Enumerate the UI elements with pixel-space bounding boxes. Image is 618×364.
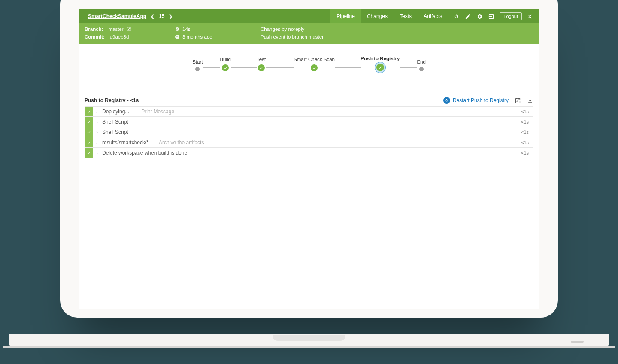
pipeline-graph: StartBuildTestSmart Check ScanPush to Re… [79, 44, 539, 97]
age-value: 3 months ago [182, 34, 212, 39]
laptop-notch [273, 335, 345, 341]
app-screen: SmartCheckSampleApp ❮ 15 ❯ PipelineChang… [79, 9, 539, 309]
pipeline-edge [335, 67, 360, 68]
chevron-right-icon[interactable]: › [93, 109, 101, 114]
terminal-node-icon[interactable] [195, 67, 200, 71]
header-tools: Logout [448, 12, 539, 20]
step-status-success-icon [85, 107, 93, 116]
step-row[interactable]: ›Shell Script<1s [85, 117, 533, 127]
chevron-right-icon[interactable]: › [93, 119, 101, 124]
pipeline-edge [203, 67, 220, 68]
exit-icon[interactable] [488, 13, 494, 20]
terminal-node-icon[interactable] [419, 67, 424, 71]
header-bar: SmartCheckSampleApp ❮ 15 ❯ PipelineChang… [79, 9, 539, 23]
step-row[interactable]: ›results/smartcheck/* — Archive the arti… [85, 137, 533, 148]
chevron-right-icon[interactable]: › [93, 140, 101, 145]
refresh-icon[interactable] [453, 13, 460, 20]
step-label: Deploying.... — Print Message [101, 109, 521, 115]
project-name-link[interactable]: SmartCheckSampleApp [88, 13, 146, 19]
pipeline-edge [266, 67, 294, 68]
step-status-success-icon [85, 148, 93, 158]
pipeline-stage[interactable]: Start [192, 59, 203, 71]
step-label: Shell Script [101, 119, 521, 125]
tab-artifacts[interactable]: Artifacts [418, 9, 448, 23]
chevron-right-icon[interactable]: › [93, 130, 101, 135]
pipeline-stage[interactable]: Test [257, 57, 266, 71]
step-duration: <1s [521, 150, 533, 155]
step-list: ›Deploying.... — Print Message<1s›Shell … [79, 106, 539, 158]
step-label: Shell Script [101, 129, 521, 135]
restart-icon [443, 97, 450, 104]
stage-name: Start [192, 59, 203, 64]
stage-detail-header: Push to Registry - <1s Restart Push to R… [79, 97, 539, 106]
event-description: Push event to branch master [261, 34, 324, 39]
duration-value: 14s [182, 27, 191, 32]
logout-button[interactable]: Logout [500, 12, 522, 20]
step-row[interactable]: ›Shell Script<1s [85, 127, 533, 137]
stage-title: Push to Registry [85, 97, 125, 103]
changes-by: Changes by noreply [261, 27, 304, 32]
laptop-led [571, 341, 584, 343]
chevron-right-icon[interactable]: › [93, 150, 101, 155]
tab-tests[interactable]: Tests [394, 9, 418, 23]
stage-name: Smart Check Scan [294, 57, 335, 62]
pipeline-stage[interactable]: Push to Registry [360, 56, 400, 71]
gear-icon[interactable] [476, 13, 483, 20]
step-duration: <1s [521, 109, 533, 114]
step-status-success-icon [85, 137, 93, 147]
close-icon[interactable] [527, 13, 533, 20]
step-status-success-icon [85, 127, 93, 137]
external-link-icon[interactable] [126, 27, 131, 32]
prev-build-chevron-icon[interactable]: ❮ [150, 14, 155, 19]
breadcrumb: SmartCheckSampleApp ❮ 15 ❯ [79, 13, 173, 19]
stage-name: Push to Registry [360, 56, 400, 61]
pipeline-stage[interactable]: Build [220, 57, 231, 71]
step-duration: <1s [521, 140, 533, 145]
clock-icon [175, 34, 180, 39]
step-label: Delete workspace when build is done [101, 150, 521, 156]
build-number: 15 [159, 13, 164, 19]
pipeline-edge [400, 67, 417, 68]
step-status-success-icon [85, 117, 93, 127]
tab-changes[interactable]: Changes [361, 9, 394, 23]
success-node-icon[interactable] [222, 64, 229, 71]
branch-value[interactable]: master [106, 27, 123, 32]
step-row[interactable]: ›Deploying.... — Print Message<1s [85, 106, 533, 117]
success-node-icon[interactable] [258, 64, 265, 71]
stage-name: End [417, 59, 425, 64]
pipeline-edge [231, 67, 257, 68]
run-summary-bar: Branch: master 14s Changes by noreply Co… [79, 23, 539, 44]
commit-value[interactable]: a9aeb3d [107, 34, 129, 39]
restart-stage-label: Restart Push to Registry [453, 97, 509, 103]
pipeline-stage[interactable]: Smart Check Scan [294, 57, 335, 71]
success-node-icon[interactable] [376, 64, 384, 71]
edit-icon[interactable] [465, 13, 471, 20]
step-duration: <1s [521, 119, 533, 124]
commit-label: Commit: [85, 34, 105, 39]
success-node-icon[interactable] [311, 64, 318, 71]
step-row[interactable]: ›Delete workspace when build is done<1s [85, 148, 533, 158]
download-icon[interactable] [527, 97, 533, 104]
stage-duration: <1s [130, 97, 139, 103]
restart-stage-button[interactable]: Restart Push to Registry [443, 97, 509, 104]
tab-pipeline[interactable]: Pipeline [330, 9, 361, 23]
step-duration: <1s [521, 130, 533, 135]
next-build-chevron-icon[interactable]: ❯ [168, 14, 173, 19]
stage-name: Build [220, 57, 231, 62]
stage-name: Test [257, 57, 266, 62]
step-label: results/smartcheck/* — Archive the artif… [101, 140, 521, 146]
laptop-frame: SmartCheckSampleApp ❮ 15 ❯ PipelineChang… [60, 0, 558, 318]
laptop-edge [3, 346, 615, 348]
header-tabs: PipelineChangesTestsArtifacts [330, 9, 448, 23]
stopwatch-icon [175, 27, 180, 32]
pipeline-stage[interactable]: End [417, 59, 425, 71]
branch-label: Branch: [85, 27, 103, 32]
open-external-icon[interactable] [515, 97, 521, 104]
